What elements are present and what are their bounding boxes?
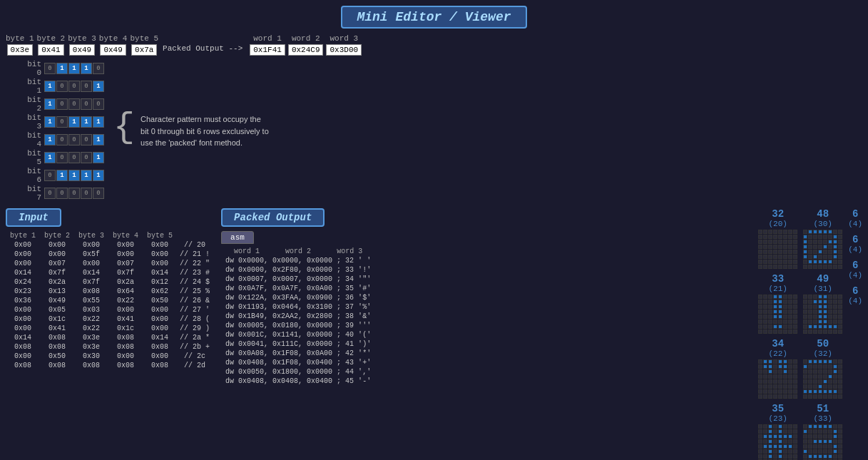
input-cell-r1c1[interactable]: 0x00 [40,250,74,259]
bit-cell-r7c1[interactable]: 0 [56,188,68,199]
input-cell-r2c1[interactable]: 0x07 [40,259,74,268]
bit-cell-r7c0[interactable]: 0 [44,188,56,199]
input-cell-r3c1[interactable]: 0x7f [40,268,74,277]
bit-cell-r2c3[interactable]: 0 [81,98,92,110]
input-cell-r8c0[interactable]: 0x00 [6,315,40,324]
input-cell-r10c4[interactable]: 0x14 [143,333,177,342]
bit-cell-r6c0[interactable]: 0 [44,170,56,181]
input-cell-r3c0[interactable]: 0x14 [6,268,40,277]
input-cell-r5c1[interactable]: 0x13 [40,287,74,296]
pixel-grid-49-b[interactable] [803,295,842,334]
input-cell-r13c2[interactable]: 0x08 [74,361,108,370]
input-cell-r13c0[interactable]: 0x08 [6,361,40,370]
input-cell-r11c3[interactable]: 0x08 [108,342,143,352]
input-cell-r8c3[interactable]: 0x41 [108,315,143,324]
input-cell-r7c2[interactable]: 0x03 [74,305,108,315]
input-cell-r9c2[interactable]: 0x22 [74,324,108,333]
input-cell-r13c4[interactable]: 0x08 [143,361,177,370]
pixel-grid-35[interactable] [758,424,797,460]
input-cell-r11c4[interactable]: 0x08 [143,342,177,352]
bit-cell-r1c3[interactable]: 0 [81,81,92,92]
input-cell-r9c3[interactable]: 0x1c [108,324,143,333]
input-cell-r6c2[interactable]: 0x55 [74,296,108,305]
bit-cell-r7c2[interactable]: 0 [68,188,80,199]
bit-cell-r1c0[interactable]: 1 [44,81,56,92]
pixel-grid-32[interactable] [758,230,797,269]
input-cell-r12c4[interactable]: 0x00 [143,352,177,361]
bit-cell-r2c1[interactable]: 0 [56,98,68,110]
bit-cell-r3c4[interactable]: 1 [93,116,104,128]
pixel-grid-34[interactable] [758,359,797,399]
bit-cell-r4c1[interactable]: 0 [56,134,68,145]
pixel-grid-33[interactable] [758,295,797,334]
input-cell-r11c1[interactable]: 0x08 [40,342,74,352]
input-cell-r2c2[interactable]: 0x00 [74,259,108,268]
input-cell-r4c2[interactable]: 0x7f [74,277,108,287]
input-cell-r7c3[interactable]: 0x00 [108,305,143,315]
input-cell-r4c4[interactable]: 0x12 [143,277,177,287]
byte-val-5[interactable]: 0x7a [131,44,157,56]
input-cell-r8c2[interactable]: 0x22 [74,315,108,324]
pixel-grid-51-b[interactable] [803,424,842,460]
bit-cell-r6c4[interactable]: 1 [93,170,104,181]
bit-cell-r2c2[interactable]: 0 [68,98,80,110]
word-val-2[interactable]: 0x24C9 [288,44,324,56]
bit-cell-r1c2[interactable]: 0 [68,81,80,92]
input-cell-r4c1[interactable]: 0x2a [40,277,74,287]
bit-cell-r5c1[interactable]: 0 [56,152,68,163]
input-cell-r3c2[interactable]: 0x14 [74,268,108,277]
bit-cell-r5c4[interactable]: 1 [93,152,104,163]
input-cell-r8c1[interactable]: 0x1c [40,315,74,324]
byte-val-1[interactable]: 0x3e [7,44,33,56]
byte-val-3[interactable]: 0x49 [69,44,95,56]
input-cell-r11c2[interactable]: 0x3e [74,342,108,352]
input-cell-r5c2[interactable]: 0x08 [74,287,108,296]
word-val-1[interactable]: 0x1F41 [250,44,285,56]
input-cell-r3c3[interactable]: 0x7f [108,268,143,277]
input-cell-r12c3[interactable]: 0x00 [108,352,143,361]
word-val-3[interactable]: 0x3D00 [326,44,362,56]
input-cell-r0c3[interactable]: 0x00 [108,240,143,250]
bit-cell-r4c4[interactable]: 1 [93,134,104,145]
input-cell-r3c4[interactable]: 0x14 [143,268,177,277]
bit-cell-r2c0[interactable]: 1 [44,98,56,110]
input-cell-r6c3[interactable]: 0x22 [108,296,143,305]
input-cell-r7c4[interactable]: 0x00 [143,305,177,315]
input-cell-r10c1[interactable]: 0x08 [40,333,74,342]
bit-cell-r7c4[interactable]: 0 [93,188,104,199]
bit-cell-r1c4[interactable]: 1 [93,81,104,92]
input-cell-r0c0[interactable]: 0x00 [6,240,40,250]
input-cell-r9c0[interactable]: 0x00 [6,324,40,333]
input-cell-r7c1[interactable]: 0x05 [40,305,74,315]
input-cell-r5c4[interactable]: 0x62 [143,287,177,296]
bit-cell-r6c2[interactable]: 1 [68,170,80,181]
bit-cell-r5c0[interactable]: 1 [44,152,56,163]
input-cell-r2c3[interactable]: 0x07 [108,259,143,268]
input-cell-r12c1[interactable]: 0x50 [40,352,74,361]
bit-cell-r6c1[interactable]: 1 [56,170,68,181]
input-cell-r13c1[interactable]: 0x08 [40,361,74,370]
bit-cell-r0c4[interactable]: 0 [93,63,104,74]
bit-cell-r4c0[interactable]: 1 [44,134,56,145]
bit-cell-r2c4[interactable]: 0 [93,98,104,110]
input-cell-r9c4[interactable]: 0x00 [143,324,177,333]
pixel-grid-50-b[interactable] [803,359,842,399]
input-cell-r11c0[interactable]: 0x08 [6,342,40,352]
bit-cell-r6c3[interactable]: 1 [81,170,92,181]
bit-cell-r4c2[interactable]: 0 [68,134,80,145]
input-cell-r1c2[interactable]: 0x5f [74,250,108,259]
bit-cell-r3c0[interactable]: 1 [44,116,56,128]
bit-cell-r3c1[interactable]: 0 [56,116,68,128]
bit-cell-r5c2[interactable]: 0 [68,152,80,163]
bit-cell-r1c1[interactable]: 0 [56,81,68,92]
input-cell-r12c2[interactable]: 0x30 [74,352,108,361]
input-cell-r6c0[interactable]: 0x36 [6,296,40,305]
input-cell-r4c3[interactable]: 0x2a [108,277,143,287]
bit-cell-r0c3[interactable]: 1 [81,63,92,74]
input-cell-r8c4[interactable]: 0x00 [143,315,177,324]
bit-cell-r0c2[interactable]: 1 [68,63,80,74]
byte-val-4[interactable]: 0x49 [100,44,126,56]
input-cell-r5c0[interactable]: 0x23 [6,287,40,296]
input-cell-r1c0[interactable]: 0x00 [6,250,40,259]
input-cell-r6c4[interactable]: 0x50 [143,296,177,305]
